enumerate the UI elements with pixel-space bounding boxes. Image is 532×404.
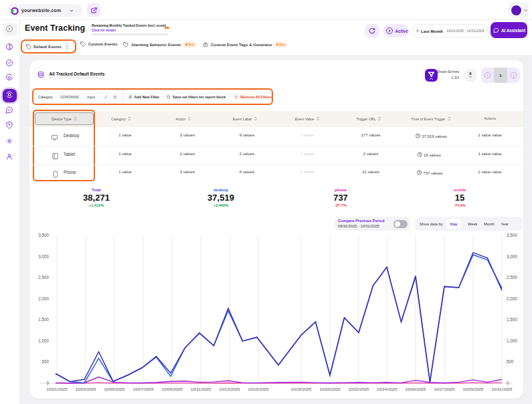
- svg-text:10/27/2025: 10/27/2025: [434, 387, 456, 391]
- svg-text:500: 500: [41, 359, 49, 364]
- svg-text:1,000: 1,000: [38, 338, 49, 343]
- svg-text:0: 0: [46, 381, 49, 385]
- svg-text:0: 0: [507, 381, 509, 385]
- svg-text:10/29/2025: 10/29/2025: [463, 387, 484, 391]
- svg-text:10/15/2025: 10/15/2025: [248, 387, 270, 391]
- svg-text:3,500: 3,500: [38, 233, 49, 237]
- svg-text:1,500: 1,500: [507, 317, 517, 322]
- svg-text:10/09/2025: 10/09/2025: [162, 387, 183, 391]
- svg-text:10/11/2025: 10/11/2025: [191, 387, 211, 391]
- svg-text:10/24/2025: 10/24/2025: [377, 387, 398, 391]
- svg-text:10/07/2025: 10/07/2025: [133, 387, 155, 391]
- svg-text:10/13/2025: 10/13/2025: [219, 387, 241, 391]
- svg-text:2,500: 2,500: [507, 275, 517, 280]
- svg-text:1,500: 1,500: [38, 317, 49, 322]
- svg-text:10/05/2025: 10/05/2025: [104, 387, 126, 391]
- svg-text:10/26/2025: 10/26/2025: [406, 387, 427, 391]
- svg-text:10/03/2025: 10/03/2025: [76, 387, 97, 391]
- svg-text:2,000: 2,000: [507, 296, 517, 301]
- svg-text:10/18/2025: 10/18/2025: [291, 387, 313, 391]
- svg-text:3,500: 3,500: [507, 233, 517, 237]
- svg-text:10/22/2025: 10/22/2025: [349, 387, 370, 391]
- svg-text:3,000: 3,000: [507, 254, 517, 259]
- svg-text:2,000: 2,000: [38, 296, 49, 301]
- svg-text:10/20/2025: 10/20/2025: [320, 387, 341, 391]
- svg-text:3,000: 3,000: [38, 254, 49, 259]
- svg-text:1,000: 1,000: [507, 338, 517, 343]
- svg-text:500: 500: [507, 359, 514, 364]
- svg-text:2,500: 2,500: [38, 275, 49, 280]
- svg-text:10/31/2025: 10/31/2025: [492, 387, 513, 391]
- svg-text:10/01/2025: 10/01/2025: [47, 387, 68, 391]
